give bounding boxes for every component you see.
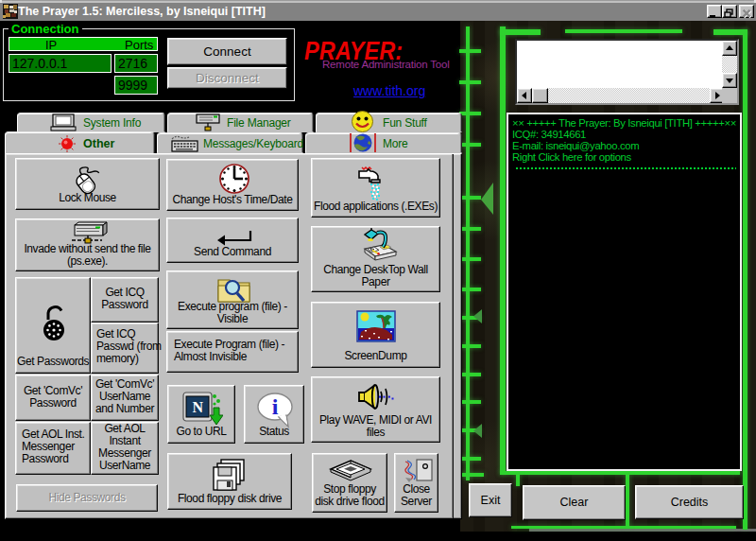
svg-text:i: i: [272, 394, 279, 419]
svg-text:N: N: [192, 399, 203, 415]
